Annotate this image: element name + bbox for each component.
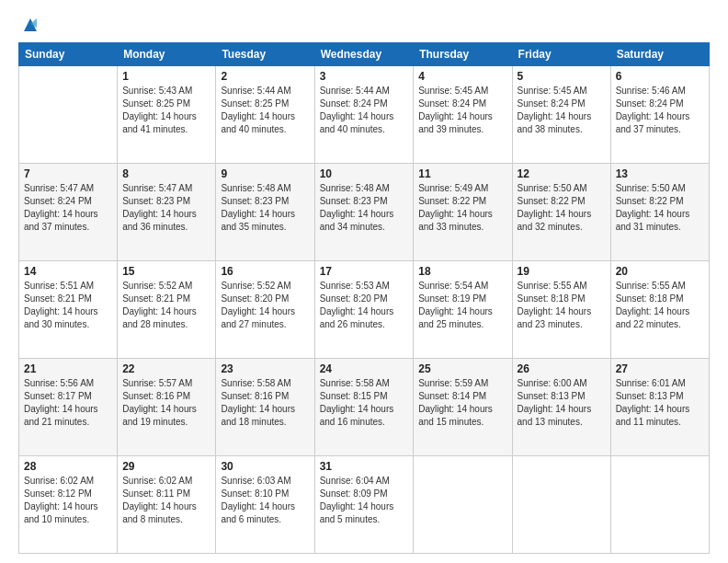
day-number: 29 bbox=[122, 460, 210, 473]
sunrise-label: Sunrise: 5:55 AM bbox=[518, 281, 587, 291]
sunset-label: Sunset: 8:22 PM bbox=[418, 196, 486, 206]
header-day: Friday bbox=[512, 43, 610, 66]
sunrise-label: Sunrise: 5:50 AM bbox=[518, 183, 587, 193]
sunrise-label: Sunrise: 5:47 AM bbox=[24, 183, 94, 193]
cell-content: Sunrise: 5:55 AM Sunset: 8:18 PM Dayligh… bbox=[518, 280, 606, 331]
sunset-label: Sunset: 8:20 PM bbox=[221, 293, 289, 304]
sunrise-label: Sunrise: 5:48 AM bbox=[320, 183, 390, 193]
calendar-cell: 17 Sunrise: 5:53 AM Sunset: 8:20 PM Dayl… bbox=[314, 261, 414, 359]
calendar-cell: 31 Sunrise: 6:04 AM Sunset: 8:09 PM Dayl… bbox=[314, 456, 414, 554]
calendar-cell: 13 Sunrise: 5:50 AM Sunset: 8:22 PM Dayl… bbox=[610, 164, 709, 261]
day-number: 2 bbox=[221, 70, 309, 83]
calendar-cell: 10 Sunrise: 5:48 AM Sunset: 8:23 PM Dayl… bbox=[314, 164, 414, 261]
day-number: 23 bbox=[221, 362, 309, 375]
daylight-label: Daylight: 14 hours and 32 minutes. bbox=[518, 209, 592, 232]
sunset-label: Sunset: 8:13 PM bbox=[518, 391, 586, 401]
daylight-label: Daylight: 14 hours and 5 minutes. bbox=[320, 501, 394, 524]
calendar-cell: 12 Sunrise: 5:50 AM Sunset: 8:22 PM Dayl… bbox=[512, 164, 610, 261]
calendar-cell: 6 Sunrise: 5:46 AM Sunset: 8:24 PM Dayli… bbox=[610, 66, 709, 164]
calendar-cell: 4 Sunrise: 5:45 AM Sunset: 8:24 PM Dayli… bbox=[414, 66, 512, 164]
calendar-week-row: 28 Sunrise: 6:02 AM Sunset: 8:12 PM Dayl… bbox=[19, 456, 710, 554]
sunset-label: Sunset: 8:12 PM bbox=[24, 488, 92, 499]
cell-content: Sunrise: 5:52 AM Sunset: 8:21 PM Dayligh… bbox=[122, 280, 210, 331]
calendar-cell: 15 Sunrise: 5:52 AM Sunset: 8:21 PM Dayl… bbox=[118, 261, 216, 359]
cell-content: Sunrise: 5:59 AM Sunset: 8:14 PM Dayligh… bbox=[418, 377, 506, 429]
day-number: 5 bbox=[518, 70, 606, 83]
daylight-label: Daylight: 14 hours and 38 minutes. bbox=[518, 111, 592, 134]
day-number: 15 bbox=[122, 265, 210, 278]
calendar-cell: 27 Sunrise: 6:01 AM Sunset: 8:13 PM Dayl… bbox=[610, 359, 709, 456]
header-day: Wednesday bbox=[314, 43, 414, 66]
sunrise-label: Sunrise: 5:52 AM bbox=[122, 281, 192, 291]
daylight-label: Daylight: 14 hours and 37 minutes. bbox=[24, 209, 98, 232]
calendar-cell: 22 Sunrise: 5:57 AM Sunset: 8:16 PM Dayl… bbox=[118, 359, 216, 456]
cell-content: Sunrise: 6:00 AM Sunset: 8:13 PM Dayligh… bbox=[518, 377, 606, 429]
calendar-cell: 24 Sunrise: 5:58 AM Sunset: 8:15 PM Dayl… bbox=[314, 359, 414, 456]
daylight-label: Daylight: 14 hours and 22 minutes. bbox=[616, 306, 690, 329]
daylight-label: Daylight: 14 hours and 39 minutes. bbox=[418, 111, 493, 134]
calendar-cell: 26 Sunrise: 6:00 AM Sunset: 8:13 PM Dayl… bbox=[512, 359, 610, 456]
header bbox=[18, 15, 710, 35]
day-number: 12 bbox=[518, 167, 606, 180]
day-number: 3 bbox=[320, 70, 409, 83]
calendar-table: SundayMondayTuesdayWednesdayThursdayFrid… bbox=[18, 42, 710, 554]
calendar-cell: 16 Sunrise: 5:52 AM Sunset: 8:20 PM Dayl… bbox=[216, 261, 314, 359]
cell-content: Sunrise: 6:03 AM Sunset: 8:10 PM Dayligh… bbox=[221, 475, 309, 526]
calendar-cell bbox=[414, 456, 512, 554]
cell-content: Sunrise: 5:47 AM Sunset: 8:24 PM Dayligh… bbox=[24, 182, 112, 234]
sunset-label: Sunset: 8:17 PM bbox=[24, 391, 92, 401]
sunset-label: Sunset: 8:19 PM bbox=[418, 293, 486, 304]
sunrise-label: Sunrise: 5:46 AM bbox=[616, 86, 686, 96]
daylight-label: Daylight: 14 hours and 6 minutes. bbox=[221, 501, 295, 524]
sunset-label: Sunset: 8:21 PM bbox=[24, 293, 92, 304]
calendar-cell: 21 Sunrise: 5:56 AM Sunset: 8:17 PM Dayl… bbox=[19, 359, 118, 456]
sunrise-label: Sunrise: 5:47 AM bbox=[122, 183, 192, 193]
sunset-label: Sunset: 8:11 PM bbox=[122, 488, 190, 499]
sunrise-label: Sunrise: 5:48 AM bbox=[221, 183, 290, 193]
page: SundayMondayTuesdayWednesdayThursdayFrid… bbox=[0, 0, 728, 563]
sunset-label: Sunset: 8:23 PM bbox=[122, 196, 190, 206]
daylight-label: Daylight: 14 hours and 13 minutes. bbox=[518, 404, 592, 427]
sunset-label: Sunset: 8:25 PM bbox=[122, 98, 190, 109]
sunrise-label: Sunrise: 5:51 AM bbox=[24, 281, 94, 291]
calendar-cell: 20 Sunrise: 5:55 AM Sunset: 8:18 PM Dayl… bbox=[610, 261, 709, 359]
calendar-week-row: 1 Sunrise: 5:43 AM Sunset: 8:25 PM Dayli… bbox=[19, 66, 710, 164]
sunrise-label: Sunrise: 6:02 AM bbox=[24, 476, 94, 486]
day-number: 19 bbox=[518, 265, 606, 278]
sunrise-label: Sunrise: 5:53 AM bbox=[320, 281, 390, 291]
calendar-cell: 25 Sunrise: 5:59 AM Sunset: 8:14 PM Dayl… bbox=[414, 359, 512, 456]
sunrise-label: Sunrise: 5:50 AM bbox=[616, 183, 686, 193]
calendar-week-row: 14 Sunrise: 5:51 AM Sunset: 8:21 PM Dayl… bbox=[19, 261, 710, 359]
sunset-label: Sunset: 8:22 PM bbox=[518, 196, 586, 206]
cell-content: Sunrise: 5:58 AM Sunset: 8:16 PM Dayligh… bbox=[221, 377, 309, 429]
sunset-label: Sunset: 8:24 PM bbox=[418, 98, 486, 109]
calendar-cell: 1 Sunrise: 5:43 AM Sunset: 8:25 PM Dayli… bbox=[118, 66, 216, 164]
daylight-label: Daylight: 14 hours and 40 minutes. bbox=[320, 111, 394, 134]
sunrise-label: Sunrise: 6:03 AM bbox=[221, 476, 290, 486]
sunset-label: Sunset: 8:18 PM bbox=[616, 293, 684, 304]
day-number: 4 bbox=[418, 70, 506, 83]
day-number: 13 bbox=[616, 167, 704, 180]
daylight-label: Daylight: 14 hours and 25 minutes. bbox=[418, 306, 493, 329]
calendar-cell: 23 Sunrise: 5:58 AM Sunset: 8:16 PM Dayl… bbox=[216, 359, 314, 456]
daylight-label: Daylight: 14 hours and 11 minutes. bbox=[616, 404, 690, 427]
daylight-label: Daylight: 14 hours and 15 minutes. bbox=[418, 404, 493, 427]
calendar-cell: 30 Sunrise: 6:03 AM Sunset: 8:10 PM Dayl… bbox=[216, 456, 314, 554]
daylight-label: Daylight: 14 hours and 30 minutes. bbox=[24, 306, 98, 329]
sunrise-label: Sunrise: 5:58 AM bbox=[320, 378, 390, 388]
day-number: 6 bbox=[616, 70, 704, 83]
sunset-label: Sunset: 8:24 PM bbox=[616, 98, 684, 109]
day-number: 25 bbox=[418, 362, 506, 375]
calendar-cell: 14 Sunrise: 5:51 AM Sunset: 8:21 PM Dayl… bbox=[19, 261, 118, 359]
day-number: 8 bbox=[122, 167, 210, 180]
header-day: Sunday bbox=[19, 43, 118, 66]
sunrise-label: Sunrise: 5:49 AM bbox=[418, 183, 488, 193]
cell-content: Sunrise: 5:50 AM Sunset: 8:22 PM Dayligh… bbox=[616, 182, 704, 234]
cell-content: Sunrise: 5:45 AM Sunset: 8:24 PM Dayligh… bbox=[518, 85, 606, 136]
sunset-label: Sunset: 8:24 PM bbox=[24, 196, 92, 206]
sunrise-label: Sunrise: 5:57 AM bbox=[122, 378, 192, 388]
daylight-label: Daylight: 14 hours and 18 minutes. bbox=[221, 404, 295, 427]
daylight-label: Daylight: 14 hours and 21 minutes. bbox=[24, 404, 98, 427]
day-number: 22 bbox=[122, 362, 210, 375]
cell-content: Sunrise: 5:58 AM Sunset: 8:15 PM Dayligh… bbox=[320, 377, 409, 429]
